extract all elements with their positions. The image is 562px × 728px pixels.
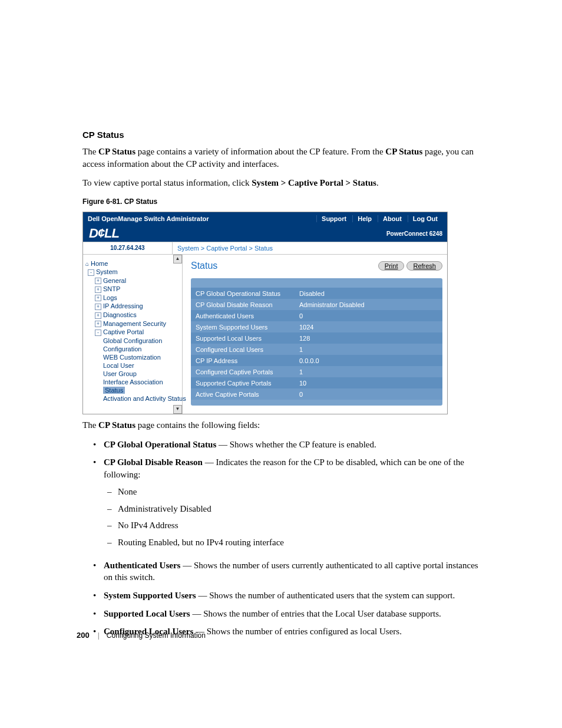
refresh-button[interactable]: Refresh: [406, 261, 442, 271]
row-key: Supported Captive Portals: [191, 377, 295, 388]
row-key: CP Global Operational Status: [191, 288, 295, 299]
row-key: CP Global Disable Reason: [191, 299, 295, 310]
tree-label: Home: [91, 260, 108, 267]
expand-icon[interactable]: +: [95, 295, 101, 301]
fields-lead: The CP Status page contains the followin…: [82, 419, 484, 431]
expand-icon[interactable]: +: [95, 304, 101, 310]
table-row: Configured Local Users1: [191, 344, 442, 355]
text: .: [376, 178, 379, 187]
tree-label: Activation and Activity Status: [103, 395, 186, 402]
tree-ip-addressing[interactable]: +IP Addressing: [85, 302, 180, 311]
tree-mgmt-security[interactable]: +Management Security: [85, 319, 180, 328]
print-button[interactable]: Print: [378, 261, 405, 271]
window-title: Dell OpenManage Switch Administrator: [88, 215, 316, 222]
table-row: CP IP Address0.0.0.0: [191, 355, 442, 366]
expand-icon[interactable]: +: [95, 278, 101, 284]
field-name: Authenticated Users: [104, 561, 180, 570]
sub-list-item: No IPv4 Address: [118, 519, 484, 536]
sub-list-item: None: [118, 486, 484, 503]
tree-activation-activity[interactable]: Activation and Activity Status: [85, 394, 180, 403]
text: page contains a variety of information a…: [135, 147, 385, 156]
screenshot-figure: Dell OpenManage Switch Administrator Sup…: [82, 212, 448, 414]
tree-label: Configuration: [103, 345, 141, 353]
expand-icon[interactable]: +: [95, 312, 101, 319]
main-area: ▲ ⌂Home -System +General +SNTP +Logs +IP…: [83, 255, 447, 414]
field-name: CP Global Operational Status: [104, 440, 216, 449]
tree-label: Local User: [103, 362, 134, 369]
tree-label: User Group: [103, 370, 137, 377]
emph: CP Status: [98, 420, 135, 430]
row-value: 0: [295, 388, 442, 400]
table-row: Active Captive Portals0: [191, 388, 442, 400]
tree-label: SNTP: [103, 285, 120, 292]
table-row: Supported Local Users128: [191, 332, 442, 344]
table-row: Authenticated Users0: [191, 310, 442, 321]
scroll-down-icon[interactable]: ▼: [173, 405, 182, 414]
row-key: Configured Local Users: [191, 344, 295, 355]
logout-link[interactable]: Log Out: [408, 215, 442, 222]
breadcrumb-part[interactable]: Status: [254, 245, 273, 252]
tree-label: Management Security: [103, 320, 166, 327]
footer-separator: |: [98, 631, 100, 640]
tree-user-group[interactable]: User Group: [85, 370, 180, 378]
topbar-links: Support Help About Log Out: [316, 215, 442, 222]
tree-label: WEB Customization: [103, 354, 161, 361]
tree-local-user[interactable]: Local User: [85, 361, 180, 370]
row-key: CP IP Address: [191, 355, 295, 366]
tree-logs[interactable]: +Logs: [85, 294, 180, 302]
emph: CP Status: [385, 147, 422, 156]
scroll-up-icon[interactable]: ▲: [173, 255, 182, 263]
tree-interface-association[interactable]: Interface Association: [85, 378, 180, 386]
list-item: Supported Local Users — Shows the number…: [104, 608, 484, 626]
tree-status-selected[interactable]: Status: [85, 386, 180, 394]
field-desc: — Shows the number of authenticated user…: [196, 591, 455, 600]
figure-caption: Figure 6-81. CP Status: [82, 197, 484, 206]
tree-global-config[interactable]: Global Configuration: [85, 337, 180, 345]
tree-web-customization[interactable]: WEB Customization: [85, 353, 180, 361]
emph: CP Status: [98, 147, 135, 156]
table-top-cap: [191, 278, 442, 288]
tree-label: Diagnostics: [103, 311, 137, 318]
brand-row: D¢LL PowerConnect 6248: [83, 225, 447, 242]
support-link[interactable]: Support: [316, 215, 351, 222]
section-heading: CP Status: [82, 130, 484, 140]
sub-list-item: Administratively Disabled: [118, 503, 484, 520]
field-desc: — Shows the number of entries that the L…: [190, 609, 441, 618]
row-value: Administrator Disabled: [295, 299, 442, 310]
field-name: System Supported Users: [104, 591, 196, 600]
chapter-name: Configuring System Information: [107, 631, 206, 640]
table-row: CP Global Disable ReasonAdministrator Di…: [191, 299, 442, 310]
collapse-icon[interactable]: -: [95, 330, 101, 336]
sub-header: 10.27.64.243 System > Captive Portal > S…: [83, 242, 447, 255]
row-value: 1024: [295, 321, 442, 332]
home-icon: ⌂: [85, 261, 89, 267]
breadcrumb-part[interactable]: Captive Portal: [206, 245, 247, 252]
help-link[interactable]: Help: [352, 215, 376, 222]
row-value: 0: [295, 310, 442, 321]
tree-system[interactable]: -System: [85, 268, 180, 276]
status-table: CP Global Operational StatusDisabled CP …: [191, 288, 442, 400]
field-desc: — Shows whether the CP feature is enable…: [216, 440, 376, 449]
list-item: CP Global Operational Status — Shows whe…: [104, 439, 484, 457]
expand-icon[interactable]: +: [95, 321, 101, 327]
tree-configuration[interactable]: Configuration: [85, 345, 180, 353]
tree-home[interactable]: ⌂Home: [85, 259, 180, 268]
tree-captive-portal[interactable]: -Captive Portal: [85, 328, 180, 337]
tree-general[interactable]: +General: [85, 276, 180, 285]
row-value: 1: [295, 344, 442, 355]
tree-diagnostics[interactable]: +Diagnostics: [85, 311, 180, 319]
breadcrumb-part[interactable]: System: [177, 245, 199, 252]
tree-sntp[interactable]: +SNTP: [85, 285, 180, 294]
about-link[interactable]: About: [378, 215, 406, 222]
ip-address-label: 10.27.64.243: [83, 242, 173, 254]
tree-label: General: [103, 277, 126, 284]
collapse-icon[interactable]: -: [88, 269, 94, 276]
tree-label: Global Configuration: [103, 337, 162, 344]
row-value: 0.0.0.0: [295, 355, 442, 366]
expand-icon[interactable]: +: [95, 286, 101, 293]
paragraph-1: The CP Status page contains a variety of…: [82, 146, 484, 170]
table-bottom-cap: [191, 400, 442, 406]
field-name: Supported Local Users: [104, 609, 190, 618]
table-row: Supported Captive Portals10: [191, 377, 442, 388]
page-footer: 200 | Configuring System Information: [77, 631, 206, 640]
